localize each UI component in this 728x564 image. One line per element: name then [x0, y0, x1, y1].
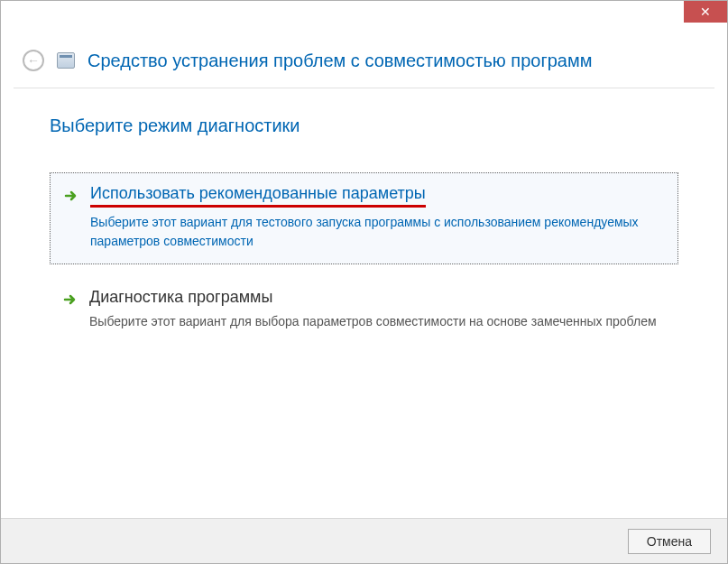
- troubleshooter-window: ✕ ← Средство устранения проблем с совмес…: [0, 0, 728, 564]
- option-description: Выберите этот вариант для выбора парамет…: [89, 312, 666, 331]
- page-subtitle: Выберите режим диагностики: [50, 116, 678, 136]
- footer: Отмена: [1, 518, 727, 563]
- back-arrow-icon: ←: [27, 53, 40, 68]
- option-title: Диагностика программы: [89, 288, 272, 307]
- close-icon: ✕: [700, 5, 711, 19]
- arrow-right-icon: [63, 188, 79, 204]
- option-diagnose-program[interactable]: Диагностика программы Выберите этот вари…: [50, 277, 678, 344]
- troubleshooter-icon: [57, 52, 75, 69]
- option-text: Использовать рекомендованные параметры В…: [90, 184, 665, 251]
- option-text: Диагностика программы Выберите этот вари…: [89, 288, 666, 331]
- option-row: Использовать рекомендованные параметры В…: [63, 184, 665, 251]
- option-row: Диагностика программы Выберите этот вари…: [62, 288, 666, 331]
- option-title: Использовать рекомендованные параметры: [90, 184, 426, 208]
- option-recommended-settings[interactable]: Использовать рекомендованные параметры В…: [50, 172, 678, 264]
- back-button[interactable]: ←: [23, 50, 44, 71]
- header-row: ← Средство устранения проблем с совмести…: [1, 30, 727, 88]
- option-description: Выберите этот вариант для тестового запу…: [90, 213, 665, 251]
- close-button[interactable]: ✕: [684, 1, 727, 23]
- titlebar: ✕: [1, 1, 727, 30]
- content-area: Выберите режим диагностики Использовать …: [14, 88, 714, 512]
- cancel-button[interactable]: Отмена: [628, 529, 711, 554]
- window-title: Средство устранения проблем с совместимо…: [88, 51, 592, 71]
- arrow-right-icon: [62, 291, 78, 308]
